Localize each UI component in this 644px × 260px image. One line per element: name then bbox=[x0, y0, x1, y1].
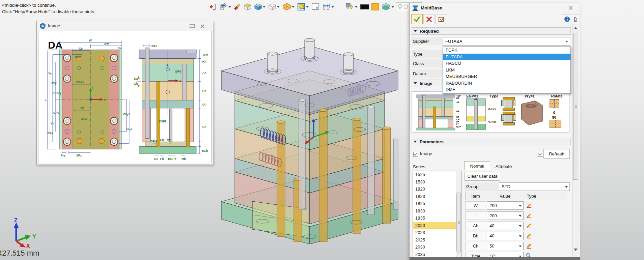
clear-user-data-button[interactable]: Clear user data bbox=[465, 172, 500, 181]
supplier-caret[interactable] bbox=[565, 41, 568, 44]
tab-normal[interactable]: Normal bbox=[464, 161, 490, 170]
series-item[interactable]: 2023 bbox=[413, 229, 456, 236]
option-meusburger[interactable]: MEUSBURGER bbox=[443, 73, 570, 80]
refresh-checkbox[interactable] bbox=[538, 152, 543, 157]
option-fcpk[interactable]: FCPK bbox=[443, 47, 570, 54]
dim-Fh: Fh bbox=[160, 157, 164, 161]
image-window-titlebar[interactable]: Image bbox=[37, 21, 213, 30]
layers-icon bbox=[381, 3, 391, 11]
series-item[interactable]: 1525 bbox=[413, 171, 456, 178]
cancel-button[interactable] bbox=[423, 14, 435, 24]
dim-W: W bbox=[89, 39, 92, 42]
option-rabourdin[interactable]: RABOURDIN bbox=[443, 80, 570, 87]
pencil-icon[interactable] bbox=[526, 202, 532, 210]
shaded-box-button[interactable] bbox=[253, 2, 267, 11]
zoom-region-caret[interactable] bbox=[306, 6, 309, 9]
series-item[interactable]: 1835 bbox=[413, 214, 456, 222]
dim-Ye: Ye bbox=[48, 72, 51, 75]
section-required[interactable]: Required bbox=[411, 27, 571, 35]
model-3d-viewport[interactable] bbox=[212, 21, 414, 260]
visibility-manager-caret[interactable] bbox=[355, 6, 358, 9]
shade-top-button[interactable] bbox=[243, 2, 252, 11]
value-caret[interactable] bbox=[519, 225, 522, 228]
collapse-panel-button[interactable] bbox=[573, 14, 579, 24]
visibility-manager-button[interactable] bbox=[345, 2, 359, 11]
info-button[interactable] bbox=[562, 14, 572, 24]
isometric-view-caret[interactable] bbox=[292, 6, 295, 9]
wireframe-box-caret[interactable] bbox=[277, 6, 280, 9]
series-item[interactable]: 1820 bbox=[413, 185, 456, 193]
row-value-combo[interactable]: 200 bbox=[487, 201, 524, 210]
series-scrollbar[interactable] bbox=[456, 171, 461, 257]
rotate-0: 0 bbox=[553, 111, 555, 115]
option-hasco[interactable]: HASCO bbox=[443, 60, 570, 67]
group-caret[interactable] bbox=[565, 186, 568, 189]
dim-GPy: GPy bbox=[53, 111, 59, 114]
series-item[interactable]: 1823 bbox=[413, 193, 456, 200]
scroll-down-icon[interactable] bbox=[572, 247, 579, 253]
value-caret[interactable] bbox=[519, 215, 522, 218]
series-item-selected[interactable]: 2020 bbox=[413, 222, 456, 229]
row-value-combo[interactable]: 200 bbox=[487, 211, 524, 220]
option-futaba[interactable]: FUTABA bbox=[443, 54, 570, 60]
dim-GPy0: GPy0 bbox=[123, 113, 130, 116]
rotate-90: 90 bbox=[552, 115, 556, 119]
pencil-icon[interactable] bbox=[526, 212, 532, 220]
erase-button[interactable] bbox=[233, 2, 242, 11]
row-value-combo[interactable]: 40 bbox=[487, 222, 524, 230]
group-combobox[interactable]: STD bbox=[499, 182, 570, 191]
pencil-icon[interactable] bbox=[526, 232, 532, 240]
dialog-scrollbar[interactable] bbox=[572, 24, 579, 257]
dialog-close-icon[interactable] bbox=[568, 6, 573, 10]
layers-caret[interactable] bbox=[391, 6, 394, 9]
grip-icon bbox=[573, 105, 579, 109]
series-list[interactable]: 1525 1530 1820 1823 1825 1830 1835 2020 … bbox=[413, 171, 462, 258]
supplier-combobox[interactable]: FUTABA bbox=[443, 37, 570, 46]
pencil-icon[interactable] bbox=[526, 242, 532, 250]
fit-width-button[interactable] bbox=[321, 2, 335, 11]
image-checkbox[interactable] bbox=[413, 152, 418, 157]
apply-button[interactable] bbox=[436, 14, 447, 24]
row-item: Bh bbox=[465, 232, 486, 240]
wireframe-box-button[interactable] bbox=[268, 2, 281, 11]
scroll-up-icon[interactable] bbox=[572, 25, 579, 31]
moldbase-title: MoldBase bbox=[421, 5, 442, 10]
highlight-color-button[interactable] bbox=[371, 2, 380, 11]
series-item[interactable]: 1825 bbox=[413, 200, 456, 207]
image-frame-button[interactable] bbox=[311, 2, 320, 11]
dialog-scroll-thumb[interactable] bbox=[573, 33, 578, 180]
series-item[interactable]: 1830 bbox=[413, 207, 456, 215]
tab-attribute[interactable]: Attribute bbox=[491, 163, 516, 170]
series-item[interactable]: 2025 bbox=[413, 236, 456, 244]
layers-button[interactable] bbox=[381, 2, 395, 11]
series-item[interactable]: 2030 bbox=[413, 243, 456, 251]
value-caret[interactable] bbox=[519, 245, 522, 249]
value-caret[interactable] bbox=[519, 205, 522, 208]
exit-button[interactable] bbox=[208, 2, 217, 11]
shaded-box-caret[interactable] bbox=[263, 6, 265, 9]
moldbase-titlebar[interactable]: MoldBase bbox=[410, 3, 580, 13]
isometric-view-button[interactable] bbox=[282, 2, 296, 11]
comment-icon[interactable] bbox=[189, 24, 195, 29]
named-views-button[interactable] bbox=[218, 2, 232, 11]
image-window: Image DA bbox=[36, 21, 213, 165]
dim-SPy: SPy bbox=[47, 132, 53, 135]
black-color-button[interactable] bbox=[360, 2, 370, 11]
refresh-button[interactable]: Refresh bbox=[543, 149, 570, 158]
series-item[interactable]: 2035 bbox=[413, 251, 456, 258]
row-value-combo[interactable]: 50 bbox=[487, 242, 524, 250]
fit-width-caret[interactable] bbox=[331, 6, 334, 9]
close-icon[interactable] bbox=[200, 24, 205, 29]
pencil-icon[interactable] bbox=[526, 222, 532, 230]
series-scroll-thumb[interactable] bbox=[456, 192, 461, 253]
named-views-caret[interactable] bbox=[228, 6, 231, 9]
ok-button[interactable] bbox=[411, 14, 423, 24]
series-item[interactable]: 1530 bbox=[413, 178, 456, 186]
option-lkm[interactable]: LKM bbox=[443, 67, 570, 74]
zoom-region-button[interactable] bbox=[297, 2, 310, 11]
row-item: Ch bbox=[465, 242, 486, 250]
section-parameters[interactable]: Parameters bbox=[411, 138, 571, 145]
row-value-combo[interactable]: 40 bbox=[487, 232, 524, 240]
option-dme[interactable]: DME bbox=[443, 86, 570, 93]
value-caret[interactable] bbox=[519, 235, 522, 238]
